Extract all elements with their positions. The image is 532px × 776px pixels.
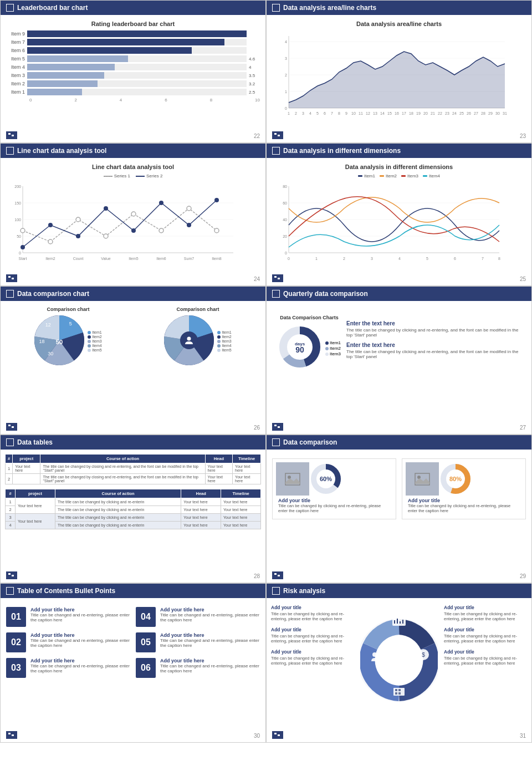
pie1-wrapper: Comparison chart 50 30 <box>34 307 102 365</box>
data-comp2-title: Data comparison <box>283 438 337 446</box>
leaderboard-panel: Leaderboard bar chart Rating leaderboard… <box>0 0 266 143</box>
area-line-title: Data analysis area/line charts <box>283 4 376 12</box>
toc-num-05: 05 <box>136 632 156 652</box>
leaderboard-title: Leaderboard bar chart <box>17 4 88 12</box>
cell: Your text here <box>16 514 55 529</box>
toc-content-03: Add your title here Title can be changed… <box>30 658 130 673</box>
dc-img-1 <box>276 462 309 496</box>
svg-text:50: 50 <box>56 339 63 345</box>
cell: The title can be changed by clicking and… <box>55 506 181 514</box>
image-placeholder-icon <box>284 472 301 486</box>
toc-item-title-06: Add your title here <box>160 658 260 663</box>
svg-point-53 <box>76 217 80 222</box>
svg-text:8: 8 <box>338 111 340 115</box>
quarterly-text: Enter the text here The title can be cha… <box>346 320 520 364</box>
table-row: 2 The title can be changed by closing an… <box>6 474 261 484</box>
line-tool-svg: 0 50 100 150 200 Start Item2 Count Value… <box>6 181 239 269</box>
risk-sub-4: Title can be changed by clicking and re-… <box>444 611 527 621</box>
svg-text:2: 2 <box>295 111 297 115</box>
risk-title-2: Add your title <box>271 627 354 632</box>
risk-item-4: Add your title Title can be changed by c… <box>444 605 527 621</box>
dc-card-2: 80% Add your title Title can be changed … <box>402 458 526 519</box>
leaderboard-body: Rating leaderboard bar chart Item 9 Item… <box>1 15 265 142</box>
svg-rect-102 <box>278 278 280 279</box>
pie1-svg: 50 30 18 12 5 <box>34 315 84 365</box>
svg-text:40: 40 <box>283 218 287 222</box>
donut-svg: days 90 <box>278 325 322 369</box>
svg-text:$: $ <box>422 652 425 658</box>
table1: # project Course of action Head Timeline… <box>5 454 261 484</box>
panel-num: 25 <box>520 276 526 282</box>
svg-rect-132 <box>274 573 277 575</box>
risk-center-svg: $ <box>360 605 438 716</box>
svg-text:5: 5 <box>69 321 72 326</box>
risk-item-5: Add your title Title can be changed by c… <box>444 627 527 644</box>
svg-rect-118 <box>274 425 277 426</box>
dc-text-2: Add your title Title can be changed by c… <box>406 496 522 515</box>
footer-icon <box>272 131 283 139</box>
header-icon <box>272 290 280 298</box>
quarterly-content: Data Comparison Charts days <box>272 307 526 377</box>
svg-text:1: 1 <box>288 111 290 115</box>
svg-point-51 <box>21 228 25 233</box>
risk-col-right: Add your title Title can be changed by c… <box>444 605 527 666</box>
th-proj1: project <box>13 455 40 463</box>
dc-text-1: Add your title Title can be changed by c… <box>276 496 392 515</box>
pie2-legend: Item1 Item2 Item3 Item4 Item5 <box>217 330 232 353</box>
svg-text:15: 15 <box>387 111 392 115</box>
footer-icon <box>6 274 17 282</box>
svg-text:17: 17 <box>402 111 406 115</box>
panel-num: 27 <box>520 425 526 431</box>
svg-text:29: 29 <box>488 111 493 115</box>
svg-text:16: 16 <box>395 111 399 115</box>
svg-point-54 <box>104 234 108 238</box>
cell <box>13 474 40 484</box>
toc-num-04: 04 <box>136 607 156 627</box>
cell: 4 <box>6 522 16 529</box>
data-comp-panel: Data comparison chart Comparison chart <box>0 286 266 435</box>
data-comp-header: Data comparison chart <box>1 287 265 301</box>
toc-item-title-02: Add your title here <box>30 632 130 638</box>
svg-text:2: 2 <box>285 73 287 77</box>
svg-text:6: 6 <box>454 257 456 261</box>
toc-item-sub-06: Title can be changed and re-entering, pl… <box>160 663 260 673</box>
diff-dim-body: Data analysis in different dimensions It… <box>267 158 531 285</box>
table-row: 1 Your text here The title can be change… <box>6 498 261 506</box>
line-tool-chart-title: Line chart data analysis tool <box>6 164 260 170</box>
dc-card-inner-2: 80% <box>406 462 522 496</box>
footer-icon <box>272 571 283 579</box>
data-tables-body: # project Course of action Head Timeline… <box>1 450 265 583</box>
header-icon <box>6 438 14 446</box>
toc-num-01: 01 <box>6 607 26 627</box>
toc-item-05: 05 Add your title here Title can be chan… <box>136 632 260 652</box>
toc-item-06: 06 Add your title here Title can be chan… <box>136 658 260 678</box>
svg-rect-81 <box>12 278 14 279</box>
risk-title-6: Add your title <box>444 649 527 655</box>
risk-panel: Risk analysis Add your title Title can b… <box>266 583 532 743</box>
table-row: 1 Your text here The title can be change… <box>6 463 261 474</box>
toc-body: 01 Add your title here Title can be chan… <box>1 598 265 742</box>
line-tool-header: Line chart data analysis tool <box>1 144 265 158</box>
svg-text:5: 5 <box>316 111 319 115</box>
cell: The title can be changed by closing and … <box>40 474 205 484</box>
data-comp-body: Comparison chart 50 30 <box>1 301 265 434</box>
svg-point-110 <box>187 337 191 341</box>
cell: Your text here <box>181 498 221 506</box>
svg-text:150: 150 <box>14 201 21 205</box>
toc-num-02: 02 <box>6 632 26 652</box>
svg-rect-120 <box>8 573 11 575</box>
toc-title: Table of Contents Bullet Points <box>17 587 115 595</box>
dc-card-inner-1: 60% <box>276 462 392 496</box>
cell: The title can be changed by clicking and… <box>55 514 181 522</box>
data-comp2-header: Data comparison <box>267 435 531 450</box>
svg-text:Item6: Item6 <box>156 257 166 261</box>
diff-dim-panel: Data analysis in different dimensions Da… <box>266 143 532 286</box>
svg-text:27: 27 <box>474 111 478 115</box>
risk-title-4: Add your title <box>444 605 527 610</box>
svg-text:24: 24 <box>452 111 457 115</box>
svg-point-66 <box>214 198 219 202</box>
line-tool-body: Line chart data analysis tool Series 1 S… <box>1 158 265 285</box>
donut-wrap: Data Comparison Charts days <box>278 315 341 369</box>
footer-icon <box>272 274 283 282</box>
area-line-body: Data analysis area/line charts 1 2 3 4 5 <box>267 15 531 142</box>
